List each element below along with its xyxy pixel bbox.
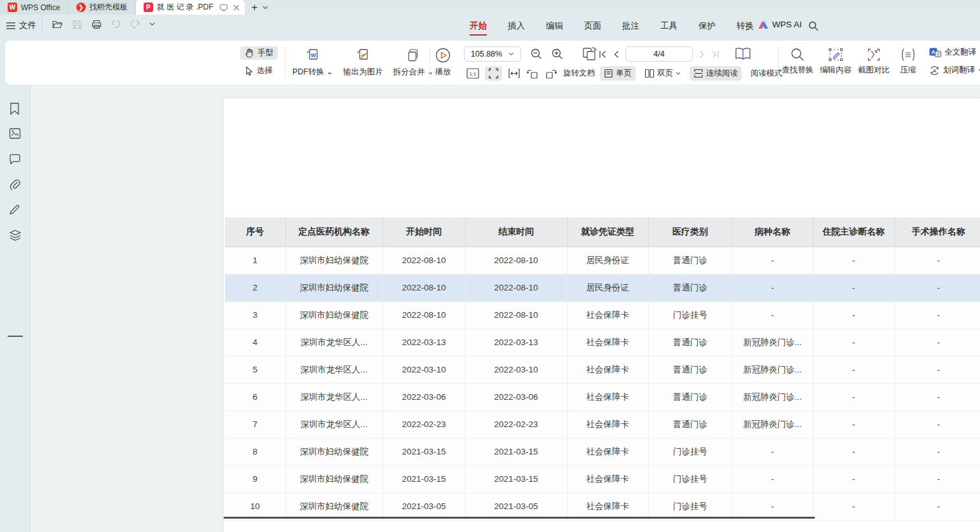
svg-text:W: W [311, 52, 316, 58]
bookmark-icon[interactable] [9, 102, 20, 115]
table-cell: - [894, 274, 980, 301]
page-number-input[interactable]: 4/4 [625, 46, 693, 62]
menu-item[interactable]: 保护 [697, 18, 717, 36]
play-button[interactable]: 播放 [435, 45, 451, 78]
table-cell: 普通门诊 [648, 274, 732, 301]
rotate-document-button[interactable]: 旋转文档 [563, 68, 595, 79]
pdf-page[interactable]: 序号定点医药机构名称开始时间结束时间就诊凭证类型医疗类别病种名称住院主诊断名称手… [224, 99, 980, 532]
table-cell: 普通门诊 [648, 329, 732, 356]
layers-icon[interactable] [9, 229, 22, 242]
compress-button[interactable]: 压缩 [895, 46, 922, 76]
split-merge-icon [405, 47, 421, 64]
wps-ai-icon [758, 20, 768, 29]
menu-item[interactable]: 批注 [621, 18, 641, 36]
read-mode-icon[interactable] [735, 47, 751, 61]
table-cell: 社会保障卡 [567, 465, 648, 493]
export-as-image-button[interactable]: 输出为图片 [343, 45, 383, 78]
screenshot-compare-button[interactable]: 截图对比 [857, 46, 891, 76]
table-cell: 9 [225, 465, 285, 493]
split-merge-button[interactable]: 拆分合并 ⌄ [393, 45, 433, 78]
tab-docer-templates[interactable]: ❯ 找稻壳模板 [69, 0, 136, 15]
table-cell: - [813, 438, 894, 465]
tab-document-pdf[interactable]: P 就 医 记 录 .PDF [136, 0, 245, 15]
double-page-button[interactable]: 双页 [641, 66, 684, 81]
first-page-icon[interactable] [599, 50, 607, 58]
double-page-icon [644, 69, 655, 78]
pdf-convert-button[interactable]: W PDF转换 ⌄ [292, 45, 333, 78]
menu-item[interactable]: 页面 [583, 18, 602, 36]
undo-icon[interactable] [111, 20, 121, 29]
table-row: 2深圳市妇幼保健院2022-08-102022-08-10居民身份证普通门诊--… [225, 274, 980, 301]
comment-icon[interactable] [9, 154, 21, 165]
wps-ai-button[interactable]: WPS AI [758, 20, 802, 29]
table-cell: - [813, 247, 894, 274]
cursor-icon [245, 66, 254, 76]
file-menu-button[interactable]: 文件 [6, 20, 36, 31]
zoom-level-select[interactable]: 105.88% [464, 46, 521, 62]
rotate-right-icon[interactable] [545, 68, 557, 79]
menu-item[interactable]: 编辑 [545, 18, 564, 36]
replace-pages-icon[interactable] [582, 46, 598, 62]
table-cell: 深圳市妇幼保健院 [285, 493, 383, 520]
last-page-icon[interactable] [711, 50, 719, 58]
table-row: 5深圳市龙华区人...2022-03-102022-03-10社会保障卡普通门诊… [225, 356, 980, 383]
table-cell: 深圳市妇幼保健院 [285, 465, 383, 493]
attachment-icon[interactable] [9, 179, 21, 191]
table-cell: 2022-08-10 [465, 301, 567, 329]
full-text-translate-button[interactable]: A 字 全文翻译 [927, 46, 980, 58]
fit-page-icon[interactable] [485, 66, 502, 81]
table-cell: - [813, 411, 894, 438]
actual-size-icon[interactable]: 1:1 [466, 68, 479, 79]
table-cell: 7 [225, 411, 285, 438]
rotate-left-icon[interactable] [526, 68, 539, 79]
table-header-cell: 住院主诊断名称 [813, 217, 894, 247]
table-cell: 深圳市龙华区人... [285, 356, 383, 383]
select-tool-button[interactable]: 选择 [240, 64, 278, 78]
redo-icon[interactable] [130, 20, 140, 29]
table-cell: - [894, 329, 980, 356]
table-header-cell: 病种名称 [732, 217, 813, 247]
menu-bar: 文件 [0, 15, 980, 40]
svg-text:1:1: 1:1 [469, 71, 477, 77]
table-cell: 5 [225, 356, 285, 383]
tab-wps-office[interactable]: W WPS Office [0, 0, 69, 15]
tab-label: 就 医 记 录 .PDF [157, 2, 214, 13]
signature-icon[interactable] [9, 204, 22, 215]
tab-list-chevron-icon[interactable] [262, 6, 268, 10]
new-tab-button[interactable]: + [251, 2, 257, 13]
zoom-out-icon[interactable] [531, 48, 542, 60]
fit-width-icon[interactable] [508, 68, 521, 79]
continuous-reading-icon [693, 69, 704, 78]
previous-page-icon[interactable] [613, 50, 619, 58]
find-replace-button[interactable]: 查找替换 [780, 46, 815, 76]
table-cell: - [894, 383, 980, 411]
menu-item[interactable]: 开始 [468, 18, 488, 36]
menu-item[interactable]: 转换 [735, 18, 755, 36]
table-cell: 社会保障卡 [567, 329, 648, 356]
single-page-button[interactable]: 单页 [600, 66, 636, 81]
word-translate-button[interactable]: A 划词翻译 [927, 64, 980, 76]
edit-content-button[interactable]: 编辑内容 [819, 46, 853, 76]
quick-access-chevron-icon[interactable] [149, 22, 155, 26]
thumbnail-icon[interactable] [9, 128, 21, 139]
menu-item[interactable]: 插入 [507, 18, 526, 36]
table-row: 7深圳市龙华区人...2022-02-232022-02-23社会保障卡普通门诊… [225, 411, 980, 438]
save-icon[interactable] [72, 20, 82, 29]
open-file-icon[interactable] [52, 20, 63, 29]
continuous-reading-button[interactable]: 连续阅读 [690, 66, 742, 81]
zoom-in-icon[interactable] [552, 48, 563, 60]
table-cell: 2022-02-23 [383, 411, 465, 438]
next-page-icon[interactable] [699, 50, 705, 58]
menu-item[interactable]: 工具 [659, 18, 679, 36]
close-tab-icon[interactable] [233, 4, 240, 11]
hand-tool-button[interactable]: 手型 [240, 46, 278, 60]
table-cell: 2022-08-10 [465, 247, 567, 274]
table-row: 4深圳市龙华区人...2022-03-132022-03-13社会保障卡普通门诊… [225, 329, 980, 356]
divider [430, 47, 430, 78]
table-cell: 社会保障卡 [567, 493, 648, 520]
present-monitor-icon[interactable] [219, 4, 228, 11]
table-row: 10深圳市妇幼保健院2021-03-052021-03-05社会保障卡门诊挂号-… [225, 493, 980, 520]
table-cell: 社会保障卡 [567, 356, 648, 383]
global-search-icon[interactable] [808, 21, 819, 31]
print-icon[interactable] [92, 20, 102, 29]
